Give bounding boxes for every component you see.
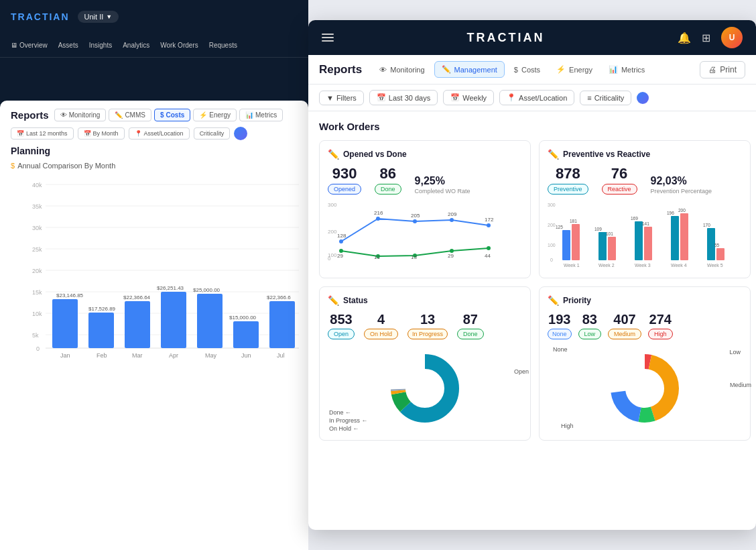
print-button[interactable]: 🖨 Print: [700, 61, 745, 78]
inprogress-badge: In Progress: [407, 329, 448, 339]
done-value: 86: [380, 166, 396, 181]
svg-text:Week 4: Week 4: [671, 263, 687, 268]
nav-overview[interactable]: 🖥 Overview: [11, 42, 48, 49]
unit-selector[interactable]: Unit II ▼: [78, 11, 119, 23]
svg-text:30k: 30k: [32, 225, 42, 231]
hamburger-line: [322, 40, 334, 42]
svg-text:Week 2: Week 2: [598, 263, 615, 268]
nav-assets[interactable]: Assets: [58, 42, 78, 49]
tractian-logo-main: TRACTIAN: [467, 31, 545, 45]
svg-text:Week 1: Week 1: [564, 263, 580, 268]
tab-costs[interactable]: $ Costs: [507, 62, 547, 77]
svg-text:300: 300: [548, 203, 556, 207]
card-header-status: ✏️ Status: [328, 295, 522, 306]
nav-analytics[interactable]: Analytics: [123, 42, 149, 49]
location-icon-left: 📍: [135, 130, 142, 137]
svg-text:109: 109: [594, 227, 602, 231]
svg-text:$23,146.85: $23,146.85: [56, 292, 84, 298]
nav-workorders[interactable]: Work Orders: [160, 42, 198, 49]
tab-energy[interactable]: ⚡ Energy: [550, 62, 599, 77]
done-status-metric: 87 Done: [457, 313, 484, 339]
bell-icon[interactable]: 🔔: [678, 32, 691, 44]
card-header-preventive: ✏️ Preventive vs Reactive: [548, 149, 742, 160]
reactive-value: 76: [611, 166, 627, 181]
filter-btn-weekly[interactable]: 📅 Weekly: [443, 90, 494, 105]
svg-text:Apr: Apr: [169, 352, 178, 359]
eye-icon-tab: 👁: [379, 66, 387, 74]
svg-text:Feb: Feb: [97, 352, 107, 359]
left-reports-header: Reports 👁 Monitoring ✏️ CMMS $ Costs ⚡ E…: [0, 101, 308, 121]
nav-requests[interactable]: Requests: [209, 42, 237, 49]
tab-cmms-left[interactable]: ✏️ CMMS: [109, 109, 151, 121]
svg-rect-88: [716, 248, 724, 260]
nav-insights[interactable]: Insights: [89, 42, 112, 49]
status-card-icon: ✏️: [328, 295, 339, 306]
reports-title: Reports: [319, 63, 362, 76]
svg-text:0: 0: [550, 258, 553, 262]
svg-rect-82: [671, 216, 679, 260]
preventive-metric: 878 Preventive: [548, 166, 588, 195]
donut-label-inprogress: In Progress ←: [329, 417, 368, 424]
preventive-vs-reactive-card: ✏️ Preventive vs Reactive 878 Preventive…: [539, 140, 751, 278]
done-metric: 86 Done: [375, 166, 401, 195]
print-icon: 🖨: [708, 65, 716, 74]
tractian-logo-left: TRACTIAN: [11, 11, 70, 22]
filter-btn-criticality[interactable]: ≡ Criticality: [580, 91, 631, 105]
left-reports-title: Reports: [11, 109, 49, 121]
filter-12months[interactable]: 📅 Last 12 months: [11, 127, 74, 140]
svg-rect-30: [197, 294, 223, 348]
svg-text:300: 300: [328, 202, 337, 208]
svg-text:128: 128: [337, 233, 346, 239]
preventive-badge: Preventive: [548, 184, 588, 195]
hamburger-menu[interactable]: [322, 34, 334, 42]
filter-criticality-left[interactable]: Criticality: [194, 127, 231, 140]
card-title-priority: Priority: [563, 296, 591, 305]
tab-metrics-left[interactable]: 📊 Metrics: [239, 109, 283, 121]
grid-icon[interactable]: ⊞: [702, 32, 710, 44]
inprogress-value: 13: [420, 313, 435, 326]
tab-monitoring[interactable]: 👁 Monitoring: [373, 62, 431, 77]
filter-bymonth[interactable]: 📅 By Month: [78, 127, 125, 140]
filter-btn-30days[interactable]: 📅 Last 30 days: [369, 90, 438, 105]
chart-subtitle: $ Annual Comparison By Month: [11, 162, 298, 170]
onhold-metric: 4 On Hold: [364, 313, 398, 339]
done-badge: Done: [375, 184, 401, 195]
preventive-reactive-chart: 300 200 100 0 125 181 Week 1 109 101 Wee…: [548, 200, 742, 267]
edit-icon-tab: ✏️: [442, 65, 451, 74]
filter-assetlocation-left[interactable]: 📍 Asset/Location: [129, 127, 190, 140]
reactive-metric: 76 Reactive: [602, 166, 637, 195]
svg-text:May: May: [205, 352, 217, 359]
svg-text:209: 209: [448, 211, 457, 217]
svg-text:0: 0: [36, 345, 40, 352]
svg-rect-83: [680, 213, 688, 260]
svg-point-43: [339, 239, 343, 243]
svg-text:$22,366.6: $22,366.6: [267, 294, 291, 300]
left-top-nav: TRACTIAN Unit II ▼: [0, 0, 308, 34]
prevention-pct-value: 92,03%: [651, 176, 712, 186]
svg-text:Week 5: Week 5: [707, 263, 723, 268]
tab-energy-left[interactable]: ⚡ Energy: [193, 109, 237, 121]
svg-text:$17,526.89: $17,526.89: [88, 306, 116, 312]
high-badge: High: [648, 329, 673, 339]
user-avatar[interactable]: U: [721, 27, 743, 48]
priority-label-medium: Medium: [730, 382, 751, 388]
svg-text:11: 11: [374, 254, 380, 260]
filter-btn-filters[interactable]: ▼ Filters: [319, 91, 364, 105]
svg-text:Jan: Jan: [60, 352, 70, 359]
svg-point-45: [413, 219, 417, 223]
svg-rect-21: [88, 313, 114, 348]
svg-text:$22,366.64: $22,366.64: [123, 294, 151, 300]
high-value: 274: [649, 313, 672, 326]
rate-value: 9,25%: [415, 176, 470, 186]
left-tabs: 👁 Monitoring ✏️ CMMS $ Costs ⚡ Energy 📊 …: [54, 109, 284, 121]
status-metrics-row: 853 Open 4 On Hold 13 In Progress 87 Don…: [328, 313, 522, 339]
filter-btn-assetlocation[interactable]: 📍 Asset/Location: [499, 90, 574, 105]
work-orders-title: Work Orders: [319, 121, 745, 132]
tab-costs-left[interactable]: $ Costs: [154, 109, 190, 121]
eye-icon: 👁: [60, 111, 67, 119]
tab-monitoring-left[interactable]: 👁 Monitoring: [54, 109, 107, 121]
tab-management[interactable]: ✏️ Management: [434, 61, 505, 78]
svg-text:205: 205: [411, 213, 420, 219]
tab-metrics[interactable]: 📊 Metrics: [602, 62, 651, 77]
dollar-chart-icon: $: [11, 162, 15, 170]
